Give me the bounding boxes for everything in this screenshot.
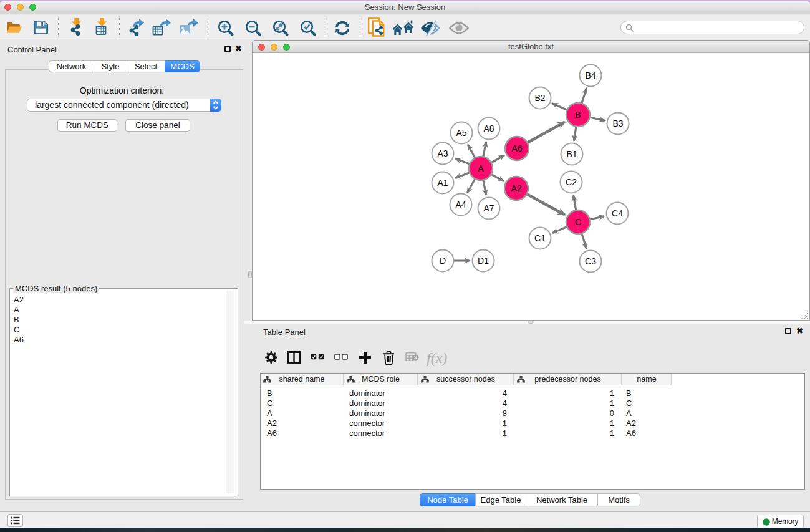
svg-text:C2: C2 [566,177,577,187]
svg-text:B4: B4 [585,70,595,80]
svg-text:B2: B2 [534,93,545,103]
svg-text:A3: A3 [437,148,448,158]
svg-text:A8: A8 [483,123,494,133]
svg-text:B1: B1 [566,149,577,159]
svg-text:D: D [440,256,446,266]
svg-text:C3: C3 [585,256,596,266]
svg-text:B3: B3 [612,118,623,128]
svg-text:C1: C1 [534,233,546,243]
svg-text:B: B [575,110,581,120]
svg-text:A1: A1 [437,178,448,188]
svg-text:C: C [575,217,581,227]
svg-text:A6: A6 [511,143,522,153]
svg-text:A5: A5 [456,128,466,138]
svg-text:D1: D1 [478,256,489,266]
svg-text:A4: A4 [455,200,466,210]
svg-text:A: A [478,163,484,173]
svg-text:A2: A2 [511,183,521,193]
svg-text:A7: A7 [483,203,494,213]
svg-text:C4: C4 [612,208,623,218]
